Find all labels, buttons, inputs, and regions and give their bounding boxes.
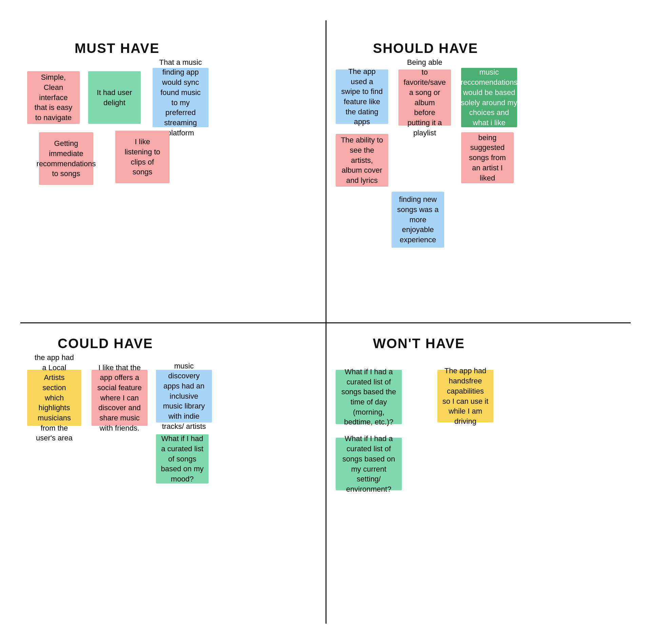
note-ch4: What if I had a curated list of songs ba… — [156, 434, 209, 484]
note-wh3: What if I had a curated list of songs ba… — [336, 438, 402, 490]
note-wh1: What if I had a curated list of songs ba… — [336, 370, 402, 424]
vertical-axis — [326, 20, 327, 624]
note-mh4: Getting immediate recommendations to son… — [39, 132, 93, 185]
note-sh3: music reccomendations would be based sol… — [461, 68, 517, 127]
should-have-label: SHOULD HAVE — [373, 41, 478, 56]
must-have-label: MUST HAVE — [75, 41, 160, 56]
diagram-container: MUST HAVE SHOULD HAVE COULD HAVE WON'T H… — [0, 0, 651, 644]
note-wh2: The app had handsfree capabilities so I … — [437, 370, 493, 422]
note-ch3: music discovery apps had an inclusive mu… — [156, 370, 212, 422]
could-have-label: COULD HAVE — [58, 336, 153, 351]
note-sh4: The ability to see the artists, album co… — [336, 134, 388, 187]
note-ch2: I like that the app offers a social feat… — [92, 370, 147, 426]
note-sh1: The app used a swipe to find feature lik… — [336, 70, 388, 124]
note-sh2: Being able to favorite/save a song or al… — [398, 70, 451, 126]
note-mh3: That a music finding app would sync foun… — [153, 68, 209, 127]
note-mh5: I like listening to clips of songs — [115, 131, 170, 183]
note-sh5: being suggested songs from an artist I l… — [461, 132, 514, 183]
note-mh1: Simple, Clean interface that is easy to … — [27, 71, 80, 124]
note-sh6: finding new songs was a more enjoyable e… — [392, 192, 444, 248]
wont-have-label: WON'T HAVE — [373, 336, 465, 351]
note-ch1: the app had a Local Artists section whic… — [27, 370, 81, 426]
note-mh2: It had user delight — [88, 71, 141, 124]
